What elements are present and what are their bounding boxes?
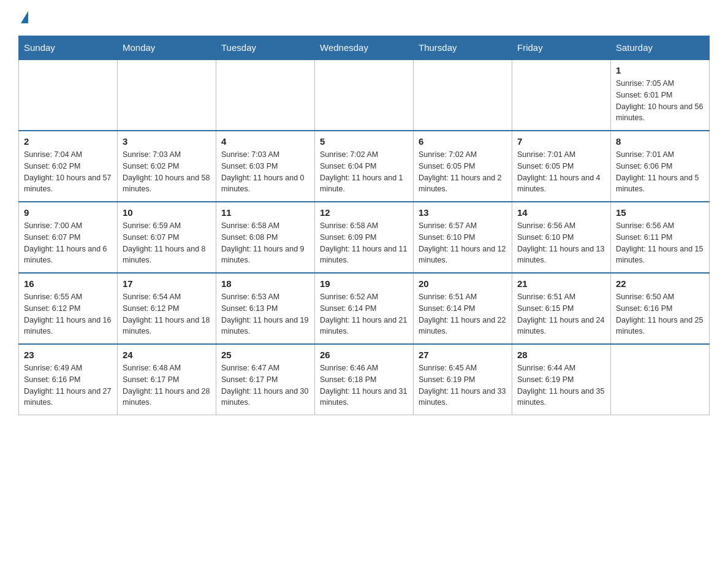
day-info: Sunrise: 6:58 AMSunset: 6:08 PMDaylight:… bbox=[221, 220, 309, 266]
day-info: Sunrise: 6:53 AMSunset: 6:13 PMDaylight:… bbox=[221, 291, 309, 337]
day-number: 26 bbox=[320, 350, 408, 360]
day-info: Sunrise: 6:56 AMSunset: 6:11 PMDaylight:… bbox=[616, 220, 704, 266]
day-number: 10 bbox=[123, 207, 211, 218]
day-number: 20 bbox=[419, 278, 507, 289]
calendar-header-row: SundayMondayTuesdayWednesdayThursdayFrid… bbox=[19, 36, 710, 60]
day-info: Sunrise: 6:50 AMSunset: 6:16 PMDaylight:… bbox=[616, 291, 704, 337]
calendar-cell bbox=[611, 344, 710, 415]
calendar-cell bbox=[315, 59, 414, 131]
day-info: Sunrise: 6:55 AMSunset: 6:12 PMDaylight:… bbox=[24, 291, 112, 337]
day-info: Sunrise: 7:02 AMSunset: 6:05 PMDaylight:… bbox=[419, 149, 507, 195]
column-header-friday: Friday bbox=[512, 36, 611, 60]
calendar-cell: 18Sunrise: 6:53 AMSunset: 6:13 PMDayligh… bbox=[216, 273, 315, 344]
calendar-cell bbox=[512, 59, 611, 131]
calendar-week-row: 2Sunrise: 7:04 AMSunset: 6:02 PMDaylight… bbox=[19, 131, 710, 202]
calendar-week-row: 16Sunrise: 6:55 AMSunset: 6:12 PMDayligh… bbox=[19, 273, 710, 344]
day-info: Sunrise: 6:49 AMSunset: 6:16 PMDaylight:… bbox=[24, 362, 112, 408]
column-header-thursday: Thursday bbox=[414, 36, 512, 60]
day-info: Sunrise: 6:46 AMSunset: 6:18 PMDaylight:… bbox=[320, 362, 408, 408]
calendar-cell: 23Sunrise: 6:49 AMSunset: 6:16 PMDayligh… bbox=[19, 344, 118, 415]
day-info: Sunrise: 6:48 AMSunset: 6:17 PMDaylight:… bbox=[123, 362, 211, 408]
day-info: Sunrise: 6:56 AMSunset: 6:10 PMDaylight:… bbox=[517, 220, 605, 266]
day-number: 28 bbox=[517, 350, 605, 360]
calendar-cell: 13Sunrise: 6:57 AMSunset: 6:10 PMDayligh… bbox=[414, 202, 512, 273]
calendar-cell: 19Sunrise: 6:52 AMSunset: 6:14 PMDayligh… bbox=[315, 273, 414, 344]
day-number: 21 bbox=[517, 278, 605, 289]
day-number: 25 bbox=[221, 350, 309, 360]
calendar-cell: 5Sunrise: 7:02 AMSunset: 6:04 PMDaylight… bbox=[315, 131, 414, 202]
day-info: Sunrise: 6:57 AMSunset: 6:10 PMDaylight:… bbox=[419, 220, 507, 266]
day-number: 7 bbox=[517, 136, 605, 147]
calendar-cell bbox=[118, 59, 216, 131]
day-number: 22 bbox=[616, 278, 704, 289]
calendar-cell: 28Sunrise: 6:44 AMSunset: 6:19 PMDayligh… bbox=[512, 344, 611, 415]
day-number: 9 bbox=[24, 207, 112, 218]
day-number: 19 bbox=[320, 278, 408, 289]
column-header-saturday: Saturday bbox=[611, 36, 710, 60]
day-number: 27 bbox=[419, 350, 507, 360]
logo-triangle-icon bbox=[21, 11, 28, 23]
calendar-cell: 16Sunrise: 6:55 AMSunset: 6:12 PMDayligh… bbox=[19, 273, 118, 344]
day-number: 3 bbox=[123, 136, 211, 147]
calendar-week-row: 1Sunrise: 7:05 AMSunset: 6:01 PMDaylight… bbox=[19, 59, 710, 131]
day-info: Sunrise: 6:45 AMSunset: 6:19 PMDaylight:… bbox=[419, 362, 507, 408]
day-info: Sunrise: 7:01 AMSunset: 6:06 PMDaylight:… bbox=[616, 149, 704, 195]
calendar-cell: 2Sunrise: 7:04 AMSunset: 6:02 PMDaylight… bbox=[19, 131, 118, 202]
column-header-tuesday: Tuesday bbox=[216, 36, 315, 60]
page-header bbox=[18, 12, 710, 23]
day-info: Sunrise: 6:59 AMSunset: 6:07 PMDaylight:… bbox=[123, 220, 211, 266]
calendar-cell: 11Sunrise: 6:58 AMSunset: 6:08 PMDayligh… bbox=[216, 202, 315, 273]
day-number: 14 bbox=[517, 207, 605, 218]
calendar-cell bbox=[19, 59, 118, 131]
calendar-table: SundayMondayTuesdayWednesdayThursdayFrid… bbox=[18, 36, 710, 415]
calendar-cell: 12Sunrise: 6:58 AMSunset: 6:09 PMDayligh… bbox=[315, 202, 414, 273]
day-number: 11 bbox=[221, 207, 309, 218]
day-number: 2 bbox=[24, 136, 112, 147]
calendar-cell bbox=[216, 59, 315, 131]
calendar-cell: 21Sunrise: 6:51 AMSunset: 6:15 PMDayligh… bbox=[512, 273, 611, 344]
day-info: Sunrise: 7:00 AMSunset: 6:07 PMDaylight:… bbox=[24, 220, 112, 266]
day-info: Sunrise: 6:51 AMSunset: 6:15 PMDaylight:… bbox=[517, 291, 605, 337]
calendar-cell: 24Sunrise: 6:48 AMSunset: 6:17 PMDayligh… bbox=[118, 344, 216, 415]
day-number: 6 bbox=[419, 136, 507, 147]
calendar-cell: 3Sunrise: 7:03 AMSunset: 6:02 PMDaylight… bbox=[118, 131, 216, 202]
day-number: 5 bbox=[320, 136, 408, 147]
calendar-cell: 25Sunrise: 6:47 AMSunset: 6:17 PMDayligh… bbox=[216, 344, 315, 415]
calendar-cell bbox=[414, 59, 512, 131]
calendar-cell: 7Sunrise: 7:01 AMSunset: 6:05 PMDaylight… bbox=[512, 131, 611, 202]
column-header-monday: Monday bbox=[118, 36, 216, 60]
day-info: Sunrise: 7:05 AMSunset: 6:01 PMDaylight:… bbox=[616, 78, 704, 124]
calendar-week-row: 23Sunrise: 6:49 AMSunset: 6:16 PMDayligh… bbox=[19, 344, 710, 415]
calendar-week-row: 9Sunrise: 7:00 AMSunset: 6:07 PMDaylight… bbox=[19, 202, 710, 273]
calendar-cell: 4Sunrise: 7:03 AMSunset: 6:03 PMDaylight… bbox=[216, 131, 315, 202]
day-number: 18 bbox=[221, 278, 309, 289]
calendar-cell: 14Sunrise: 6:56 AMSunset: 6:10 PMDayligh… bbox=[512, 202, 611, 273]
day-number: 1 bbox=[616, 65, 704, 75]
column-header-sunday: Sunday bbox=[19, 36, 118, 60]
day-number: 23 bbox=[24, 350, 112, 360]
calendar-cell: 9Sunrise: 7:00 AMSunset: 6:07 PMDaylight… bbox=[19, 202, 118, 273]
day-info: Sunrise: 6:54 AMSunset: 6:12 PMDaylight:… bbox=[123, 291, 211, 337]
logo bbox=[18, 12, 28, 23]
column-header-wednesday: Wednesday bbox=[315, 36, 414, 60]
day-info: Sunrise: 6:52 AMSunset: 6:14 PMDaylight:… bbox=[320, 291, 408, 337]
day-number: 17 bbox=[123, 278, 211, 289]
day-info: Sunrise: 6:58 AMSunset: 6:09 PMDaylight:… bbox=[320, 220, 408, 266]
day-number: 4 bbox=[221, 136, 309, 147]
day-number: 16 bbox=[24, 278, 112, 289]
day-number: 15 bbox=[616, 207, 704, 218]
day-number: 12 bbox=[320, 207, 408, 218]
day-info: Sunrise: 7:02 AMSunset: 6:04 PMDaylight:… bbox=[320, 149, 408, 195]
calendar-cell: 10Sunrise: 6:59 AMSunset: 6:07 PMDayligh… bbox=[118, 202, 216, 273]
day-info: Sunrise: 7:04 AMSunset: 6:02 PMDaylight:… bbox=[24, 149, 112, 195]
day-info: Sunrise: 6:44 AMSunset: 6:19 PMDaylight:… bbox=[517, 362, 605, 408]
day-info: Sunrise: 6:51 AMSunset: 6:14 PMDaylight:… bbox=[419, 291, 507, 337]
calendar-cell: 15Sunrise: 6:56 AMSunset: 6:11 PMDayligh… bbox=[611, 202, 710, 273]
calendar-cell: 27Sunrise: 6:45 AMSunset: 6:19 PMDayligh… bbox=[414, 344, 512, 415]
calendar-cell: 8Sunrise: 7:01 AMSunset: 6:06 PMDaylight… bbox=[611, 131, 710, 202]
calendar-cell: 6Sunrise: 7:02 AMSunset: 6:05 PMDaylight… bbox=[414, 131, 512, 202]
day-number: 8 bbox=[616, 136, 704, 147]
calendar-cell: 22Sunrise: 6:50 AMSunset: 6:16 PMDayligh… bbox=[611, 273, 710, 344]
day-number: 24 bbox=[123, 350, 211, 360]
calendar-cell: 20Sunrise: 6:51 AMSunset: 6:14 PMDayligh… bbox=[414, 273, 512, 344]
